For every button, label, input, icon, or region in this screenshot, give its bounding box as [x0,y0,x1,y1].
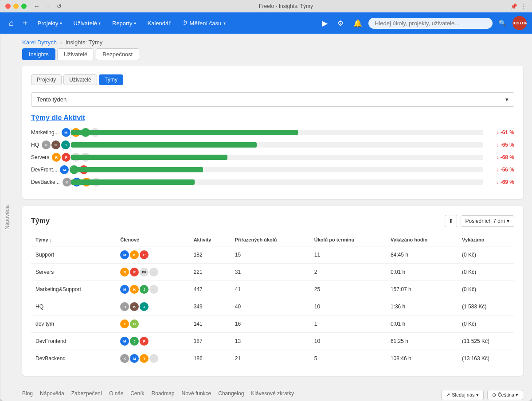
tab-insights[interactable]: Insights [22,48,55,60]
avatar: R [120,268,129,276]
play-button[interactable]: ▶ [319,17,331,29]
close-button[interactable] [5,4,11,9]
more-badge: ··· [149,285,158,294]
language-button[interactable]: ⊕ Čeština ▾ [487,390,523,400]
bar-fill [71,142,257,148]
tab-uzivatele[interactable]: Uživatelé [57,48,94,60]
reported: (13 163 Kč) [458,350,514,367]
activities: 187 [189,333,231,350]
col-hours: Vykázáno hodin [386,234,458,246]
bar-container [71,130,483,135]
team-name[interactable]: dev tým [31,315,116,333]
team-name[interactable]: Marketing&Support [31,281,116,298]
back-icon[interactable]: ← [34,3,40,10]
window-controls[interactable] [5,4,27,9]
user-avatar[interactable]: CUSTOM [512,16,527,30]
bar-percent: ↓-69 % [488,179,514,185]
avatar: M [130,354,139,363]
team-name[interactable]: DevFrontend [31,333,116,350]
hours: 84:45 h [386,246,458,264]
nav-uzivatele[interactable]: Uživatelé [69,17,105,29]
footer-changelog[interactable]: Changelog [218,390,244,397]
avatar: P [62,153,70,162]
search-input[interactable] [375,20,486,27]
overdue: 5 [310,350,386,367]
tab-bezpecnost[interactable]: Bezpečnost [96,48,139,60]
team-name[interactable]: Support [31,246,116,264]
add-button[interactable]: + [20,16,31,30]
subtab-tymy[interactable]: Týmy [99,74,123,85]
avatar: D [130,319,139,328]
settings-icon[interactable]: ⚙ [334,17,347,29]
maximize-button[interactable] [21,4,27,9]
team-name[interactable]: Servers [31,264,116,281]
more-badge: ··· [149,354,158,363]
bar-fill [71,167,203,172]
overdue: 11 [310,246,386,264]
activities: 221 [189,264,231,281]
minimize-button[interactable] [13,4,19,9]
more-icon[interactable]: ⋮ [521,3,527,10]
search-icon[interactable]: 🔍 [495,18,510,28]
home-button[interactable]: ⌂ [5,17,17,30]
footer-shortcuts[interactable]: Klávesové zkratky [251,390,294,397]
chart-title: Týmy dle Aktivit [31,114,514,122]
bar-container [71,155,483,160]
col-teams[interactable]: Týmy ↓ [31,234,116,246]
avatar: J [140,302,149,311]
footer-new-features[interactable]: Nové funkce [182,390,211,397]
export-button[interactable]: ⬆ [445,215,457,227]
avatar: J [61,140,70,149]
col-members: Členové [116,234,189,246]
main-content: Karel Dytrych › Insights: Týmy Insights … [13,34,532,401]
chart-row: Servers R P PR ··· ↓-68 % [31,153,514,162]
table-row: Marketing&Support M K J ··· 447 41 [31,281,514,298]
footer-about[interactable]: O nás [109,390,123,397]
footer-roadmap[interactable]: Roadmap [152,390,175,397]
window-title: Freelo - Insights: Týmy [62,3,510,9]
search-bar[interactable] [368,18,493,29]
bell-icon[interactable]: 🔔 [350,17,366,29]
chart-title-link[interactable]: Aktivit [63,114,85,121]
team-name[interactable]: HQ [31,298,116,315]
sub-tabs: Projekty Uživatelé Týmy [31,74,514,85]
table-header-row: Týmy ↓ Členové Aktivity Přiřazených úkol… [31,234,514,246]
period-chevron: ▾ [507,218,509,224]
footer-help[interactable]: Nápověda [40,390,64,397]
avatar: K [130,302,139,311]
assigned: 16 [231,315,310,333]
avatar: M [120,337,129,346]
avatar: P [130,268,139,276]
bar-fill [71,155,227,160]
pin-icon[interactable]: 📌 [510,3,517,10]
titlebar: ← → ↺ Freelo - Insights: Týmy 📌 ⋮ [0,0,532,12]
table-row: HQ H K J 349 40 10 1:36 h [31,298,514,315]
team-members: R P PR ··· [116,264,189,281]
footer-links: Blog Nápověda Zabezpečení O nás Ceník Ro… [22,390,294,397]
forward-icon[interactable]: → [45,3,51,10]
overdue: 10 [310,298,386,315]
team-name[interactable]: DevBackend [31,350,116,367]
nav-projekty[interactable]: Projekty [33,17,66,29]
period-dropdown[interactable]: Tento týden ▾ [31,92,514,107]
nav-kalendar[interactable]: Kalendář [143,17,175,29]
assigned: 41 [231,281,310,298]
footer-security[interactable]: Zabezpečení [71,390,102,397]
footer-blog[interactable]: Blog [22,390,33,397]
follow-button[interactable]: ↗ Sleduj nás ▾ [441,390,483,400]
help-sidebar[interactable]: Nápověda [0,34,13,401]
activities: 349 [189,298,231,315]
subtab-projekty[interactable]: Projekty [31,74,62,85]
footer-pricing[interactable]: Ceník [130,390,144,397]
section-title: Týmy [31,217,50,225]
table-row: Servers R P PR ··· 221 31 [31,264,514,281]
subtab-uzivatele[interactable]: Uživatelé [63,74,97,85]
table-row: Support M K P 182 15 11 84 [31,246,514,264]
period-select[interactable]: Posledních 7 dní ▾ [461,215,514,227]
breadcrumb-user[interactable]: Karel Dytrych [22,39,57,46]
nav-reporty[interactable]: Reporty [108,17,141,29]
avatar: K [51,140,60,149]
reload-icon[interactable]: ↺ [57,3,62,10]
footer-row: Blog Nápověda Zabezpečení O nás Ceník Ro… [22,390,523,400]
nav-mereni[interactable]: ⏱Měření času [178,17,231,29]
